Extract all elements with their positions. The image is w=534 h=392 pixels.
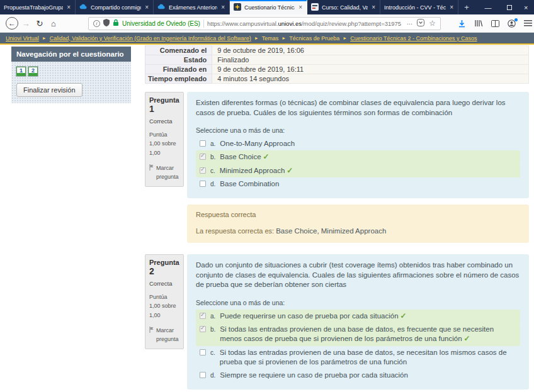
breadcrumb-separator-icon: ► — [42, 36, 47, 40]
option-text: Si todas las entradas provienen de una b… — [220, 325, 516, 344]
back-button[interactable]: ← — [5, 16, 19, 30]
tab-close-icon[interactable]: × — [371, 4, 376, 11]
lock-icon — [113, 19, 119, 28]
breadcrumb-temas[interactable]: Temas — [262, 35, 279, 42]
flag-icon — [149, 164, 154, 174]
flag-label: Marcar pregunta — [156, 327, 179, 344]
finish-review-button[interactable]: Finalizar revisión — [16, 83, 82, 97]
close-window-button[interactable]: × — [520, 0, 534, 14]
option-text: Base Combination — [220, 179, 279, 189]
reload-button[interactable]: ↻ — [33, 16, 47, 30]
checkbox-icon[interactable] — [200, 154, 206, 160]
bookmark-star-icon[interactable]: ☆ — [429, 19, 436, 28]
flag-label: Marcar pregunta — [156, 164, 179, 181]
account-notification-dot — [514, 18, 518, 21]
home-button[interactable]: ⌂ — [47, 16, 60, 30]
checkbox-icon[interactable] — [200, 349, 206, 356]
tab-compartido[interactable]: Compartido conmigo: O × — [76, 0, 154, 14]
page-info-icon[interactable]: i — [93, 20, 100, 27]
question-text: Existen diferentes formas (o técnicas) d… — [196, 98, 520, 118]
checkbox-icon[interactable] — [200, 313, 206, 319]
question-2-formulation: Dado un conjunto de situaciones a cubrir… — [187, 254, 529, 389]
maximize-button[interactable] — [499, 0, 520, 14]
breadcrumb-separator-icon: ► — [343, 36, 347, 40]
sidebar-toggle-icon[interactable] — [491, 20, 499, 27]
breadcrumb-uniovi-virtual[interactable]: Uniovi Virtual — [6, 35, 39, 42]
question-label: Pregunta — [149, 259, 179, 266]
option-b[interactable]: b. Si todas las entradas provienen de un… — [196, 323, 520, 346]
question-text: Dado un conjunto de situaciones a cubrir… — [196, 260, 520, 290]
campus-favicon-icon — [234, 3, 241, 12]
tab-label: Introducción - CVV - Técnicas — [384, 4, 446, 11]
tab-cuestionario-active[interactable]: Cuestionario Técnicas 2 - × — [230, 0, 307, 14]
tab-close-icon[interactable]: × — [66, 4, 71, 11]
summary-value: 4 minutos 14 segundos — [212, 74, 529, 84]
option-b[interactable]: b. Base Choice✓ — [196, 150, 520, 164]
breadcrumb-tecnicas[interactable]: Técnicas de Prueba — [289, 35, 339, 42]
correct-check-icon: ✓ — [401, 311, 407, 320]
option-d[interactable]: d. Base Combination — [196, 177, 520, 191]
option-c[interactable]: c. Si todas las entradas provienen de un… — [196, 346, 520, 369]
option-text: Minimized Approach✓ — [220, 166, 293, 176]
url-text[interactable]: https://www.campusvirtual.uniovi.es/mod/… — [207, 20, 404, 27]
question-nav-button-2[interactable]: 2 — [28, 67, 38, 76]
security-label[interactable]: Universidad de Oviedo (ES) — [122, 20, 200, 27]
toolbar-right-icons — [458, 20, 529, 28]
option-key: c. — [210, 166, 215, 175]
pocket-icon[interactable] — [417, 19, 424, 28]
question-label: Pregunta — [149, 96, 179, 104]
checkbox-icon[interactable] — [200, 140, 206, 147]
checkbox-icon[interactable] — [200, 181, 206, 187]
new-tab-button[interactable]: + — [458, 0, 475, 14]
tab-close-icon[interactable]: × — [220, 4, 225, 11]
breadcrumb-course[interactable]: Calidad, Validación y Verificación (Grad… — [50, 35, 251, 42]
maximize-icon — [507, 5, 512, 10]
forward-button[interactable]: → — [19, 16, 33, 30]
tab-label: Cuestionario Técnicas 2 - — [244, 4, 295, 11]
question-1-block: Pregunta 1 Correcta Puntúa 1,00 sobre 1,… — [145, 92, 529, 243]
account-icon[interactable] — [508, 20, 516, 28]
course-favicon-icon — [311, 3, 319, 12]
question-1-info: Pregunta 1 Correcta Puntúa 1,00 sobre 1,… — [145, 92, 184, 187]
answer-prompt: Seleccione una o más de una: — [196, 126, 520, 135]
option-a[interactable]: a. One-to-Many Approach — [196, 137, 520, 150]
option-text: Puede requerirse un caso de prueba por c… — [220, 311, 406, 322]
tab-close-icon[interactable]: × — [298, 4, 303, 11]
downloads-icon[interactable] — [458, 20, 466, 28]
summary-label: Comenzado el — [145, 46, 212, 55]
checkbox-icon[interactable] — [200, 326, 206, 332]
checkbox-icon[interactable] — [200, 372, 206, 378]
tracking-shield-icon[interactable] — [103, 19, 110, 28]
tab-examenes[interactable]: Exámenes Anteriores: On × — [154, 0, 230, 14]
tab-close-icon[interactable]: × — [449, 4, 454, 11]
tab-label: Compartido conmigo: O — [91, 4, 141, 11]
flag-question-control[interactable]: Marcar pregunta — [149, 327, 179, 344]
menu-icon[interactable] — [524, 20, 532, 26]
summary-value: 9 de octubre de 2019, 16:06 — [212, 46, 529, 55]
library-icon[interactable] — [474, 20, 483, 27]
option-d[interactable]: d. Siempre se requiere un caso de prueba… — [196, 369, 520, 382]
tab-introduccion[interactable]: Introducción - CVV - Técnicas × — [380, 0, 458, 14]
option-key: b. — [210, 325, 215, 333]
option-c[interactable]: c. Minimized Approach✓ — [196, 164, 520, 178]
breadcrumb-cuestionario[interactable]: Cuestionario Técnicas 2 - Combinaciones … — [350, 35, 477, 42]
feedback-title: Respuesta correcta — [196, 210, 520, 220]
quiz-navigation-block: Navegación por el cuestionario 1 2 Final… — [11, 47, 131, 103]
url-divider — [203, 20, 204, 28]
minimize-button[interactable]: — — [477, 0, 499, 14]
tab-close-icon[interactable]: × — [144, 4, 149, 11]
url-bar[interactable]: i Universidad de Oviedo (ES) https://www… — [88, 17, 441, 30]
page-actions-icon[interactable]: ⋯ — [407, 20, 413, 27]
question-nav-button-1[interactable]: 1 — [16, 67, 26, 76]
tab-curso[interactable]: Curso: Calidad, Validació × — [307, 0, 380, 14]
option-key: a. — [210, 311, 215, 320]
flag-question-control[interactable]: Marcar pregunta — [149, 164, 179, 181]
browser-tab-bar: PropuestaTrabajoGrupal2019 × Compartido … — [0, 0, 534, 14]
option-a[interactable]: a. Puede requerirse un caso de prueba po… — [196, 310, 520, 323]
breadcrumb: Uniovi Virtual ► Calidad, Validación y V… — [0, 33, 534, 45]
attempt-summary-table: Comenzado el 9 de octubre de 2019, 16:06… — [145, 45, 529, 84]
quiz-navigation-title: Navegación por el cuestionario — [11, 47, 131, 62]
question-number: 1 — [149, 104, 154, 114]
tab-propuesta[interactable]: PropuestaTrabajoGrupal2019 × — [0, 0, 76, 14]
checkbox-icon[interactable] — [200, 167, 206, 174]
